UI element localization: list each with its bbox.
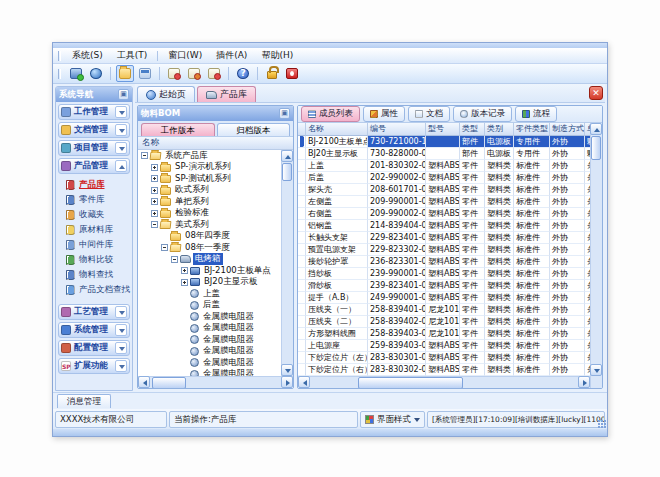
sidebar-item-1[interactable]: 零件库 bbox=[56, 192, 132, 207]
sidebar-group-5[interactable]: 系统管理 bbox=[58, 322, 130, 338]
menu-item-3[interactable]: 窗口(W) bbox=[161, 48, 209, 63]
grid-header-col-5[interactable]: 零件类型 bbox=[514, 123, 550, 136]
table-row-5[interactable]: 左侧盖209-990001-01X塑料ABS零件塑料类标准件外协条 bbox=[298, 196, 590, 208]
tree-node-1[interactable]: SP-演示机系列 bbox=[138, 162, 281, 174]
member-tab-0[interactable]: 成员列表 bbox=[301, 106, 360, 122]
member-tab-2[interactable]: 文档 bbox=[408, 106, 450, 122]
tree-hscroll-thumb[interactable] bbox=[152, 377, 186, 389]
doc-tab-1[interactable]: 产品库 bbox=[197, 86, 256, 102]
version-tab-1[interactable]: 归档版本 bbox=[217, 123, 291, 136]
sidebar-item-3[interactable]: 原材料库 bbox=[56, 222, 132, 237]
menu-item-4[interactable]: 插件(A) bbox=[209, 48, 254, 63]
tree-node-14[interactable]: 金属膜电阻器 bbox=[138, 311, 281, 323]
table-row-8[interactable]: 长触头支架229-823401-00X塑料ABS零件塑料类标准件外协条 bbox=[298, 232, 590, 244]
sidebar-group-2[interactable]: 项目管理 bbox=[58, 140, 130, 156]
toolbar-grip[interactable] bbox=[58, 69, 61, 79]
toolbar-button-mail-alert[interactable] bbox=[185, 65, 203, 82]
table-row-9[interactable]: 预置电源支架229-823302-00X塑料ABS零件塑料类标准件外协条 bbox=[298, 244, 590, 256]
toolbar-button-mail-del[interactable] bbox=[205, 65, 223, 82]
tree-node-4[interactable]: 单把系列 bbox=[138, 196, 281, 208]
grid-header-col-1[interactable]: 编号 bbox=[368, 123, 426, 136]
sidebar-group-4[interactable]: 工艺管理 bbox=[58, 304, 130, 320]
grid-scroll-down-button[interactable] bbox=[590, 364, 602, 376]
grid-header-col-6[interactable]: 制造方式 bbox=[550, 123, 585, 136]
table-row-16[interactable]: 方形塑料线圈258-839403-00X尼龙1010零件塑料类标准件外协条 bbox=[298, 328, 590, 340]
table-row-3[interactable]: 后盖202-990002-01X塑料ABS零件塑料类标准件外协条 bbox=[298, 172, 590, 184]
sidebar-group-chevron-icon[interactable] bbox=[115, 306, 127, 318]
tree-node-3[interactable]: 欧式系列 bbox=[138, 185, 281, 197]
sidebar-item-7[interactable]: 产品文档查找 bbox=[56, 282, 132, 297]
version-tab-0[interactable]: 工作版本 bbox=[141, 123, 215, 136]
sidebar-group-chevron-icon[interactable] bbox=[115, 324, 127, 336]
tree-expander-minus[interactable] bbox=[151, 221, 158, 228]
sidebar-pin-button[interactable]: ▣ bbox=[118, 89, 129, 100]
grid-header-col-3[interactable]: 类型 bbox=[460, 123, 485, 136]
tree-node-6[interactable]: 美式系列 bbox=[138, 219, 281, 231]
tree-hscrollbar[interactable] bbox=[138, 376, 293, 388]
member-tab-3[interactable]: 版本记录 bbox=[453, 106, 512, 122]
resize-grip[interactable] bbox=[598, 420, 606, 428]
tree-expander-minus[interactable] bbox=[141, 152, 148, 159]
sidebar-group-chevron-icon[interactable] bbox=[115, 124, 127, 136]
grid-vscroll-thumb[interactable] bbox=[591, 136, 601, 160]
tree-scroll-up-button[interactable] bbox=[281, 150, 293, 162]
tree-scroll-left-button[interactable] bbox=[138, 376, 150, 388]
sidebar-item-6[interactable]: 物料查找 bbox=[56, 267, 132, 282]
toolbar-button-lock[interactable] bbox=[263, 65, 281, 82]
sidebar-group-chevron-icon[interactable] bbox=[115, 142, 127, 154]
table-row-0[interactable]: BJ-2100主板单点730-721000-12X部件电源板专用件外协颗 bbox=[298, 136, 590, 148]
tree-node-2[interactable]: SP-测试机系列 bbox=[138, 173, 281, 185]
doc-tab-0[interactable]: 起始页 bbox=[137, 86, 195, 102]
grid-header-col-0[interactable]: 名称 bbox=[306, 123, 368, 136]
table-row-18[interactable]: 下纱定位片（左）283-830301-00X塑料ABS零件塑料类标准件外协条 bbox=[298, 352, 590, 364]
menubar-grip[interactable] bbox=[58, 51, 61, 61]
tree-node-0[interactable]: 系统产品库 bbox=[138, 150, 281, 162]
table-row-17[interactable]: 上电源座259-839403-00X塑料ABS零件塑料类标准件外协条 bbox=[298, 340, 590, 352]
table-row-6[interactable]: 右侧盖209-990002-01X塑料ABS零件塑料类标准件外协条 bbox=[298, 208, 590, 220]
tree-node-19[interactable]: 金属膜电阻器 bbox=[138, 369, 281, 377]
tree-expander-plus[interactable] bbox=[151, 210, 158, 217]
sidebar-item-4[interactable]: 中间件库 bbox=[56, 237, 132, 252]
grid-hscroll-thumb[interactable] bbox=[358, 377, 463, 388]
grid-scroll-right-button[interactable] bbox=[578, 376, 590, 388]
tree-scroll-down-button[interactable] bbox=[281, 364, 293, 376]
tree-node-17[interactable]: 金属膜电阻器 bbox=[138, 346, 281, 358]
grid-hscrollbar[interactable] bbox=[298, 376, 590, 388]
tree-expander-plus[interactable] bbox=[181, 279, 188, 286]
tree-node-9[interactable]: 电烤箱 bbox=[138, 254, 281, 266]
table-row-7[interactable]: 铝钢盖214-839404-01X塑料ABS零件塑料类标准件外协条 bbox=[298, 220, 590, 232]
tree-expander-plus[interactable] bbox=[151, 187, 158, 194]
toolbar-button-folder-open[interactable] bbox=[116, 65, 134, 82]
tree-node-10[interactable]: BJ-2100主板单点 bbox=[138, 265, 281, 277]
table-row-19[interactable]: 下纱定位片（右）283-830302-00X塑料ABS零件塑料类标准件外协条 bbox=[298, 364, 590, 376]
sidebar-group-6[interactable]: 配置管理 bbox=[58, 340, 130, 356]
tree-scroll-right-button[interactable] bbox=[281, 376, 293, 388]
bom-pin-button[interactable]: ▣ bbox=[279, 108, 290, 119]
tree-node-8[interactable]: 08年一季度 bbox=[138, 242, 281, 254]
member-tab-4[interactable]: 流程 bbox=[515, 106, 557, 122]
menu-item-1[interactable]: 工具(T) bbox=[110, 48, 155, 63]
tree-vscrollbar[interactable] bbox=[281, 150, 293, 376]
tree-vscroll-thumb[interactable] bbox=[282, 163, 292, 181]
menu-item-5[interactable]: 帮助(H) bbox=[254, 48, 300, 63]
tree-node-11[interactable]: BJ20主显示板 bbox=[138, 277, 281, 289]
close-tab-button[interactable]: ✕ bbox=[589, 86, 603, 100]
table-row-12[interactable]: 滑纱板239-823401-00X塑料ABS零件塑料类标准件外协条 bbox=[298, 280, 590, 292]
member-tab-1[interactable]: 属性 bbox=[363, 106, 405, 122]
toolbar-button-pc[interactable] bbox=[67, 65, 85, 82]
tree-node-16[interactable]: 金属膜电阻器 bbox=[138, 334, 281, 346]
tree-node-15[interactable]: 金属膜电阻器 bbox=[138, 323, 281, 335]
ui-style-selector[interactable]: 界面样式 bbox=[360, 411, 425, 428]
table-row-2[interactable]: 上盖201-830302-00X塑料ABS零件塑料类标准件外协条 bbox=[298, 160, 590, 172]
sidebar-group-chevron-icon[interactable] bbox=[115, 106, 127, 118]
tree-node-18[interactable]: 金属膜电阻器 bbox=[138, 357, 281, 369]
table-row-15[interactable]: 压线夹（二）258-839402-00X尼龙1010零件塑料类标准件外协条 bbox=[298, 316, 590, 328]
sidebar-group-3[interactable]: 产品管理 bbox=[58, 158, 130, 174]
sidebar-group-chevron-icon[interactable] bbox=[115, 342, 127, 354]
sidebar-group-1[interactable]: 文档管理 bbox=[58, 122, 130, 138]
table-row-1[interactable]: BJ20主显示板730-828000-04X部件电源板专用件外协颗 bbox=[298, 148, 590, 160]
tree-expander-plus[interactable] bbox=[151, 175, 158, 182]
grid-vscrollbar[interactable] bbox=[590, 123, 602, 388]
grid-scroll-left-button[interactable] bbox=[298, 376, 310, 388]
toolbar-button-globe[interactable] bbox=[87, 65, 105, 82]
